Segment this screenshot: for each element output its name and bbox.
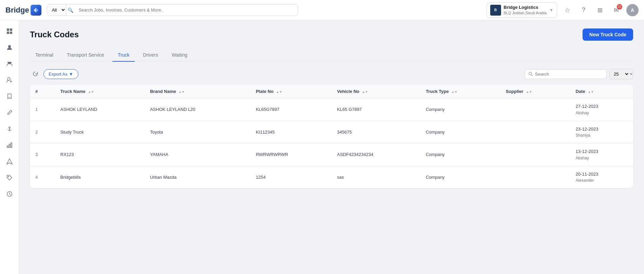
export-chevron-icon: ▼ — [69, 72, 73, 77]
cell-truck-type: Company — [420, 143, 500, 166]
refresh-button[interactable] — [30, 68, 41, 79]
export-button[interactable]: Export As ▼ — [43, 69, 78, 79]
col-truck-type: Truck Type ▲▼ — [420, 85, 500, 98]
search-filter-select[interactable]: All — [47, 4, 66, 16]
cell-plate-no: KI112345 — [251, 121, 332, 143]
sidebar-item-dashboard[interactable] — [3, 24, 16, 38]
table-header: # Truck Name ▲▼ Brand Name ▲▼ Plate No ▲… — [30, 85, 633, 98]
company-selector[interactable]: B Bridge Logistics BLQ Jeddah,Saudi Arab… — [486, 2, 557, 18]
sort-truck-type-icon[interactable]: ▲▼ — [452, 90, 458, 94]
sort-supplier-icon[interactable]: ▲▼ — [526, 90, 532, 94]
cell-brand-name: Toyota — [145, 121, 251, 143]
grid-apps-icon: ⊞ — [597, 6, 603, 14]
sort-plate-no-icon[interactable]: ▲▼ — [276, 90, 282, 94]
sidebar-item-user-add[interactable] — [3, 73, 16, 87]
cell-truck-name: Study Truck — [55, 121, 145, 143]
toolbar-left: Export As ▼ — [30, 68, 78, 79]
cell-date: 13-12-2023 Akshay — [570, 143, 633, 166]
sidebar-item-users[interactable] — [3, 57, 16, 71]
tab-terminal[interactable]: Terminal — [30, 49, 59, 62]
sort-truck-name-icon[interactable]: ▲▼ — [88, 90, 94, 94]
tab-transport-service[interactable]: Transport Service — [61, 49, 110, 62]
new-truck-code-button[interactable]: New Truck Code — [583, 28, 633, 41]
logo-icon — [31, 5, 41, 16]
page-header: Truck Codes New Truck Code — [30, 28, 633, 41]
sidebar-item-clock[interactable] — [3, 187, 16, 201]
svg-point-4 — [8, 45, 11, 48]
table-row[interactable]: 2 Study Truck Toyota KI112345 345675 Com… — [30, 121, 633, 143]
help-button[interactable]: ? — [577, 4, 590, 16]
cell-date: 23-12-2023 Shaniya — [570, 121, 633, 143]
favorites-button[interactable]: ☆ — [561, 4, 573, 16]
star-icon: ☆ — [565, 6, 570, 14]
notifications-button[interactable]: ✉ 10 — [610, 4, 622, 16]
cell-vehicle-no: KL65 G7897 — [332, 98, 420, 121]
cell-vehicle-no: 345675 — [332, 121, 420, 143]
global-search-bar[interactable]: All 🔍 — [47, 4, 298, 16]
table-row[interactable]: 4 Bridgebills Urban Mazda 1254 sas Compa… — [30, 166, 633, 188]
sidebar-item-tag[interactable] — [3, 171, 16, 184]
notification-badge: 10 — [617, 4, 622, 9]
cell-truck-name: Bridgebills — [55, 166, 145, 188]
svg-rect-14 — [11, 143, 12, 148]
svg-marker-15 — [7, 159, 12, 164]
sidebar-item-bookmark[interactable] — [3, 90, 16, 103]
refresh-icon — [33, 71, 38, 77]
global-search-input[interactable] — [75, 5, 298, 15]
table-row[interactable]: 3 RX123 YAMAHA RWRWRWRWR ASDF4234234234 … — [30, 143, 633, 166]
cell-plate-no: RWRWRWRWR — [251, 143, 332, 166]
per-page-select[interactable]: 25 50 100 — [610, 69, 629, 79]
sort-vehicle-no-icon[interactable]: ▲▼ — [362, 90, 368, 94]
logo-text: Bridge — [5, 6, 29, 15]
cell-brand-name: Urban Mazda — [145, 166, 251, 188]
col-vehicle-no: Vehicle No ▲▼ — [332, 85, 420, 98]
apps-button[interactable]: ⊞ — [594, 4, 606, 16]
page-title: Truck Codes — [30, 30, 79, 39]
cell-plate-no: KL65G7897 — [251, 98, 332, 121]
cell-date: 20-11-2023 Alexander — [570, 166, 633, 188]
svg-line-19 — [532, 75, 533, 76]
search-icon: 🔍 — [66, 7, 75, 13]
toolbar: Export As ▼ 25 50 100 — [30, 68, 633, 79]
svg-point-16 — [8, 176, 9, 177]
sidebar-item-edit[interactable] — [3, 106, 16, 119]
cell-brand-name: ASHOK LEYLAND L20 — [145, 98, 251, 121]
cell-truck-type: Company — [420, 121, 500, 143]
sort-brand-name-icon[interactable]: ▲▼ — [179, 90, 185, 94]
sidebar-item-navigation[interactable] — [3, 155, 16, 168]
col-brand-name: Brand Name ▲▼ — [145, 85, 251, 98]
avatar[interactable]: A — [626, 4, 639, 16]
col-plate-no: Plate No ▲▼ — [251, 85, 332, 98]
sidebar-item-anchor[interactable] — [3, 122, 16, 136]
svg-point-18 — [529, 72, 532, 75]
nav-right: B Bridge Logistics BLQ Jeddah,Saudi Arab… — [486, 2, 639, 18]
svg-rect-0 — [7, 28, 9, 31]
tab-drivers[interactable]: Drivers — [137, 49, 163, 62]
table-body: 1 ASHOK LEYLAND ASHOK LEYLAND L20 KL65G7… — [30, 98, 633, 189]
top-navigation: Bridge All 🔍 B Bridge Logistics BLQ Jedd… — [0, 0, 644, 20]
company-info: Bridge Logistics BLQ Jeddah,Saudi Arabia — [504, 5, 547, 15]
cell-supplier — [500, 166, 570, 188]
sidebar-item-chart[interactable] — [3, 138, 16, 152]
cell-brand-name: YAMAHA — [145, 143, 251, 166]
sort-date-icon[interactable]: ▲▼ — [588, 90, 594, 94]
sidebar-item-user[interactable] — [3, 41, 16, 54]
svg-rect-2 — [7, 32, 9, 34]
tab-truck[interactable]: Truck — [112, 49, 135, 62]
svg-point-7 — [7, 78, 10, 80]
tab-waiting[interactable]: Waiting — [166, 49, 193, 62]
cell-vehicle-no: sas — [332, 166, 420, 188]
truck-codes-table: # Truck Name ▲▼ Brand Name ▲▼ Plate No ▲… — [30, 85, 633, 188]
company-name: Bridge Logistics — [504, 5, 547, 11]
table-row[interactable]: 1 ASHOK LEYLAND ASHOK LEYLAND L20 KL65G7… — [30, 98, 633, 121]
cell-num: 4 — [30, 166, 55, 188]
table-search-input[interactable] — [535, 72, 603, 77]
tabs: Terminal Transport Service Truck Drivers… — [30, 49, 633, 62]
truck-codes-table-container: # Truck Name ▲▼ Brand Name ▲▼ Plate No ▲… — [30, 85, 633, 188]
logo[interactable]: Bridge — [5, 5, 41, 16]
per-page-selector[interactable]: 25 50 100 — [609, 69, 633, 79]
company-chevron-icon: ▼ — [549, 8, 553, 13]
company-logo: B — [490, 5, 501, 16]
table-search-box[interactable] — [525, 69, 607, 79]
cell-truck-name: ASHOK LEYLAND — [55, 98, 145, 121]
